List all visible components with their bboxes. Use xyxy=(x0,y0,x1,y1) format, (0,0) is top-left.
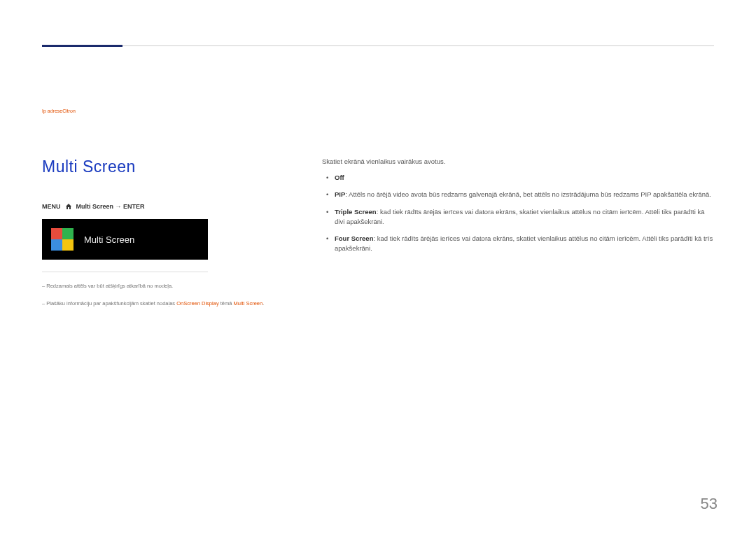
multi-screen-icon xyxy=(51,228,74,251)
page-number: 53 xyxy=(701,495,718,513)
page-title: Multi Screen xyxy=(42,157,136,176)
screenshot-label: Multi Screen xyxy=(84,234,134,245)
menu-right: Multi Screen → ENTER xyxy=(76,203,145,210)
top-border xyxy=(42,45,714,46)
option-label: Off xyxy=(335,174,344,181)
option-label: Triple Screen xyxy=(335,208,377,216)
divider xyxy=(42,272,208,272)
intro-text: Skatiet ekrānā vienlaikus vairākus avotu… xyxy=(322,157,445,165)
list-item: Triple Screen: kad tiek rādīts ārējās ie… xyxy=(322,207,714,227)
subtitle-row: Ip adreseCitron xyxy=(42,108,76,113)
footnote-2: – Plašāku informāciju par apakšfunkcijām… xyxy=(42,300,264,307)
home-icon xyxy=(65,203,72,210)
option-list: Off PIP: Attēls no ārējā video avota būs… xyxy=(322,173,714,261)
list-item: PIP: Attēls no ārējā video avota būs red… xyxy=(322,190,714,199)
option-label: Four Screen xyxy=(335,234,373,242)
link-multi-screen: Multi Screen xyxy=(233,300,262,307)
link-onscreen-display: OnScreen Display xyxy=(176,300,218,307)
subtitle-orange: Ip adreseCitron xyxy=(42,108,76,113)
feature-screenshot: Multi Screen xyxy=(42,219,208,260)
footnote-1: – Redzamais attēls var būt atšķirīgs atk… xyxy=(42,283,173,289)
menu-left: MENU xyxy=(42,203,61,210)
list-item: Off xyxy=(322,173,714,183)
menu-path: MENU Multi Screen → ENTER xyxy=(42,203,145,210)
accent-bar xyxy=(42,45,122,47)
option-label: PIP xyxy=(335,190,345,198)
list-item: Four Screen: kad tiek rādīts ārējās ierī… xyxy=(322,234,714,254)
